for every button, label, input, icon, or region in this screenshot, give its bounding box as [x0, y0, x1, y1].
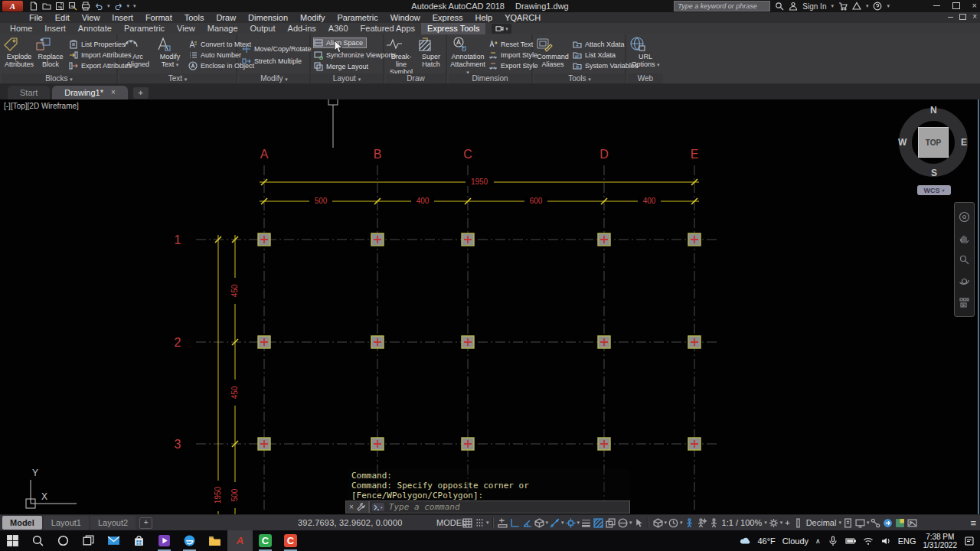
ortho-mode-icon[interactable]	[509, 517, 521, 530]
annotation-watch-icon[interactable]	[668, 517, 679, 530]
isodraft-caret-icon[interactable]: ▾	[546, 520, 549, 526]
save-as-button[interactable]	[68, 2, 77, 11]
ribbon-tab-parametric[interactable]: Parametric	[118, 23, 171, 34]
weather-desc[interactable]: Cloudy	[782, 536, 808, 546]
navigation-wheel-icon[interactable]	[959, 211, 970, 223]
sync-viewports-button[interactable]: Synchronize Viewports	[314, 50, 396, 60]
panel-title-text[interactable]: Text ▾	[119, 73, 236, 83]
red-c-app-icon[interactable]: C	[278, 530, 303, 551]
display-caret-icon[interactable]: ▾	[867, 520, 870, 526]
start-button[interactable]	[0, 530, 25, 551]
isolate-objects-icon[interactable]	[652, 517, 664, 530]
screen-record-button[interactable]: ▾	[492, 24, 511, 34]
ribbon-tab-insert[interactable]: Insert	[38, 23, 72, 34]
app-menu-button[interactable]: A	[2, 1, 23, 11]
wcs-dropdown[interactable]: WCS ▾	[917, 185, 951, 195]
mail-app-icon[interactable]	[101, 530, 126, 551]
weather-cloud-icon[interactable]	[740, 536, 750, 546]
sign-in-caret-icon[interactable]: ▾	[831, 3, 834, 9]
viewcube-west[interactable]: W	[898, 137, 906, 148]
doc-close-button[interactable]: ×	[972, 13, 977, 21]
workspace-caret-icon[interactable]: ▾	[780, 520, 783, 526]
panel-title-draw[interactable]: Draw	[386, 73, 446, 83]
units-caret-icon[interactable]: ▾	[838, 520, 841, 526]
menu-help[interactable]: Help	[469, 12, 499, 23]
sign-in-button[interactable]: Sign In	[802, 2, 826, 11]
autocad-taskbar-icon[interactable]: A	[227, 530, 253, 551]
clean-screen-icon[interactable]	[894, 517, 906, 530]
undo-dropdown-caret-icon[interactable]: ▾	[107, 3, 110, 9]
showmotion-icon[interactable]	[959, 297, 970, 308]
close-button[interactable]: ×	[972, 2, 977, 10]
breakline-button[interactable]: Break-line Symbol	[386, 36, 416, 76]
stretch-multi-button[interactable]: Stretch Multiple	[242, 56, 302, 67]
file-explorer-icon[interactable]	[202, 530, 227, 551]
microsoft-store-icon[interactable]	[126, 530, 152, 551]
properties-page-icon[interactable]	[842, 517, 854, 530]
transparency-icon[interactable]	[593, 517, 604, 530]
help-caret-icon[interactable]: ▾	[887, 3, 890, 9]
isolate-caret-icon[interactable]: ▾	[665, 520, 668, 526]
panel-title-dimension[interactable]: Dimension	[449, 73, 531, 83]
new-file-button[interactable]	[29, 2, 38, 11]
menu-format[interactable]: Format	[139, 12, 178, 23]
wifi-icon[interactable]	[863, 536, 874, 546]
workspace-gear-icon[interactable]	[768, 517, 779, 530]
annotation-monitor-icon[interactable]	[633, 517, 645, 530]
menu-tools[interactable]: Tools	[178, 12, 211, 23]
snap-caret-icon[interactable]: ▾	[486, 520, 489, 526]
new-drawing-tab-button[interactable]: +	[133, 87, 149, 99]
grid-display-icon[interactable]	[462, 517, 473, 530]
annotation-scale-icon[interactable]	[708, 517, 720, 530]
tab-layout2[interactable]: Layout2	[90, 516, 136, 530]
viewcube-east[interactable]: E	[961, 137, 967, 148]
snap-mode-icon[interactable]	[474, 517, 485, 530]
annotation-plus-icon[interactable]: +	[783, 518, 791, 527]
connect-nodes-icon[interactable]	[870, 517, 881, 530]
ribbon-tab-addins[interactable]: Add-ins	[282, 23, 322, 34]
camtasia-app-icon[interactable]: C	[253, 530, 278, 551]
menu-modify[interactable]: Modify	[294, 12, 331, 23]
customization-icon[interactable]: ≡	[969, 517, 978, 529]
minimize-button[interactable]	[933, 5, 940, 6]
ribbon-tab-featured-apps[interactable]: Featured Apps	[354, 23, 422, 34]
ribbon-tab-a360[interactable]: A360	[322, 23, 354, 34]
dynamic-input-icon[interactable]	[497, 517, 508, 530]
customize-wrench-icon[interactable]	[357, 503, 365, 511]
restore-button[interactable]	[952, 2, 960, 9]
help-icon[interactable]	[873, 2, 882, 11]
command-input-field[interactable]: ▾	[369, 500, 630, 514]
edge-browser-icon[interactable]	[177, 530, 202, 551]
import-style-button[interactable]: Import Style	[488, 50, 537, 60]
doc-restore-button[interactable]	[959, 14, 966, 20]
attach-xdata-button[interactable]: Attach Xdata	[573, 39, 625, 50]
tab-layout1[interactable]: Layout1	[44, 516, 89, 530]
tab-close-icon[interactable]: ×	[111, 89, 116, 96]
command-input[interactable]	[387, 501, 627, 513]
ribbon-tab-view[interactable]: View	[171, 23, 201, 34]
auto-number-button[interactable]: Auto Number	[188, 50, 241, 60]
merge-layout-button[interactable]: Merge Layout	[314, 61, 368, 72]
redo-button[interactable]	[114, 2, 123, 11]
export-style-button[interactable]: Export Style	[488, 60, 538, 71]
command-prompt-icon[interactable]: ▾	[372, 503, 384, 511]
menu-insert[interactable]: Insert	[106, 12, 139, 23]
watch-caret-icon[interactable]: ▾	[680, 520, 683, 526]
drawing-area[interactable]: 1950 500 400 600 400 450 450 1950 500 A …	[0, 99, 980, 514]
explode-attributes-button[interactable]: Explode Attributes	[3, 36, 35, 68]
object-snap-tracking-icon[interactable]	[549, 517, 560, 530]
menu-file[interactable]: File	[23, 12, 49, 23]
open-file-button[interactable]	[42, 2, 51, 11]
app-store-cart-icon[interactable]	[838, 2, 848, 11]
panel-title-modify[interactable]: Modify ▾	[239, 73, 309, 83]
3dosnap-caret-icon[interactable]: ▾	[629, 520, 632, 526]
list-properties-button[interactable]: List Properties	[69, 39, 126, 50]
taskbar-clock[interactable]: 7:38 PM 1/31/2022	[923, 533, 958, 549]
menu-window[interactable]: Window	[384, 12, 426, 23]
isodraft-icon[interactable]	[534, 517, 545, 530]
ribbon-tab-output[interactable]: Output	[244, 23, 282, 34]
tab-drawing1[interactable]: Drawing1* ×	[52, 86, 128, 99]
battery-icon[interactable]	[845, 536, 856, 546]
menu-dimension[interactable]: Dimension	[242, 12, 294, 23]
zoom-icon[interactable]	[959, 254, 970, 266]
